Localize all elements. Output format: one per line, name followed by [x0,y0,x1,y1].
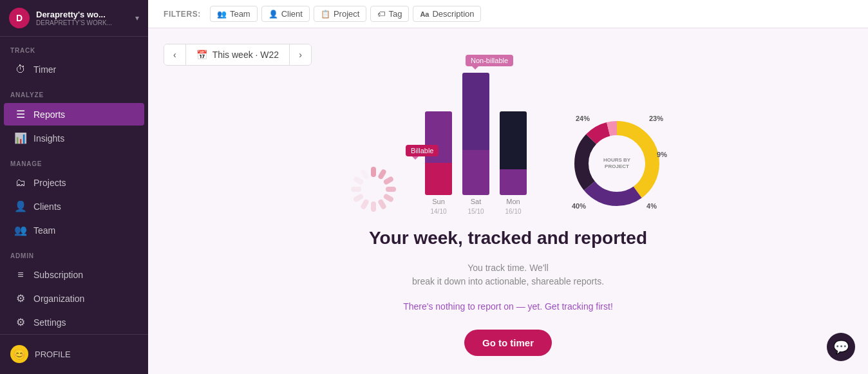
sidebar-item-label: Insights [33,133,64,144]
bar-day-mon: Mon [506,198,520,205]
pct-9: 9% [657,151,667,158]
filter-project[interactable]: 📋 Project [314,6,366,22]
svg-rect-6 [371,201,376,212]
bar-bottom-sat [462,150,489,195]
empty-note: There's nothing to report on — yet. Get … [403,301,613,312]
chevron-down-icon: ▾ [135,14,139,23]
svg-rect-1 [377,169,387,180]
filter-description[interactable]: Aa Description [413,6,481,22]
admin-section-label: ADMIN [0,242,148,263]
empty-sub: You track time. We'll break it down into… [412,261,604,288]
filters-label: FILTERS: [164,10,201,19]
bar-date-sun: 14/10 [430,208,446,215]
sidebar-item-label: Timer [33,64,56,75]
donut-label-line1: HOURS BY [603,157,630,163]
clock-icon: ⏱ [14,64,27,75]
bar-group-sat: Non-billable Sat 15/10 [462,73,489,215]
profile-avatar: 😊 [10,345,28,363]
clients-icon: 👤 [14,200,27,212]
filter-client-label: Client [281,9,303,19]
bar-day-sun: Sun [432,198,445,205]
profile-item[interactable]: 😊 PROFILE [0,340,148,368]
filter-client[interactable]: 👤 Client [261,6,310,22]
bar-chart: Billable Sun 14/10 Non-billable [425,86,527,215]
filter-tag-label: Tag [388,9,402,19]
illustration-wrapper: Billable Sun 14/10 Non-billable [218,86,798,356]
svg-rect-3 [386,187,396,192]
svg-rect-9 [351,187,361,192]
loading-spinner [348,164,399,215]
tag-filter-icon: 🏷 [377,10,385,19]
subscription-icon: ≡ [14,269,27,281]
notification-item[interactable]: 🔔 [0,368,148,374]
sidebar-item-insights[interactable]: 📊 Insights [4,127,144,149]
pct-24: 24% [576,115,590,122]
svg-rect-8 [353,193,364,203]
content-area: ‹ 📅 This week · W22 › [148,28,868,374]
team-icon: 👥 [14,224,27,236]
workspace-sub: DERAPRETTY'S WORK... [36,19,129,26]
calendar-icon: 📅 [196,50,207,60]
date-navigation: ‹ 📅 This week · W22 › [164,44,312,66]
filter-description-label: Description [432,9,474,19]
description-filter-icon: Aa [420,10,429,18]
bar-day-sat: Sat [471,198,482,205]
pct-4: 4% [646,202,657,210]
sidebar-item-timer[interactable]: ⏱ Timer [4,59,144,80]
svg-rect-7 [360,198,370,210]
next-week-button[interactable]: › [289,44,311,65]
svg-rect-0 [371,167,376,177]
profile-label: PROFILE [35,350,71,359]
prev-week-button[interactable]: ‹ [164,44,186,65]
date-text: This week · W22 [212,50,279,60]
billable-tooltip: Billable [406,145,439,156]
sidebar-item-subscription[interactable]: ≡ Subscription [4,264,144,286]
svg-rect-2 [382,176,394,185]
empty-heading: Your week, tracked and reported [369,228,647,248]
manage-section-label: MANAGE [0,150,148,171]
bar-top-mon [500,111,527,169]
donut-chart: HOURS BY PROJECT 24% 23% 9% 4% 40% [565,112,668,215]
sidebar-item-label: Reports [33,109,65,120]
sidebar-item-settings[interactable]: ⚙ Settings [4,311,144,333]
charts-row: Billable Sun 14/10 Non-billable [348,86,668,215]
sidebar-item-team[interactable]: 👥 Team [4,219,144,241]
organization-icon: ⚙ [14,292,27,304]
sidebar-item-label: Settings [33,317,66,328]
pct-40: 40% [572,202,586,210]
projects-icon: 🗂 [14,177,27,189]
donut-center-label: HOURS BY PROJECT [603,157,630,171]
donut-label-line2: PROJECT [605,164,629,169]
analyze-section-label: ANALYZE [0,81,148,102]
client-filter-icon: 👤 [269,10,278,19]
workspace-header[interactable]: D Derapretty's wo... DERAPRETTY'S WORK..… [0,0,148,37]
settings-icon: ⚙ [14,316,27,328]
svg-rect-11 [360,169,370,180]
sidebar-bottom: 😊 PROFILE 🔔 ❓ [0,334,148,374]
sidebar-item-reports[interactable]: ☰ Reports [4,103,144,126]
bar-date-sat: 15/10 [467,208,484,215]
project-filter-icon: 📋 [321,10,330,19]
workspace-name: Derapretty's wo... [36,10,129,19]
go-to-timer-button[interactable]: Go to timer [464,330,552,356]
filter-team[interactable]: 👥 Team [210,6,258,22]
filter-bar: FILTERS: 👥 Team 👤 Client 📋 Project 🏷 Tag… [148,0,868,28]
sidebar-item-label: Projects [33,178,66,188]
sidebar-item-clients[interactable]: 👤 Clients [4,195,144,218]
svg-rect-5 [377,198,387,210]
filter-team-label: Team [230,9,250,19]
chat-bubble[interactable]: 💬 [827,333,855,361]
pct-23: 23% [649,115,663,122]
sidebar-item-label: Team [33,225,55,236]
date-display: 📅 This week · W22 [186,44,289,65]
reports-icon: ☰ [14,108,27,120]
workspace-avatar: D [9,8,30,28]
bar-bottom-mon [500,169,527,195]
non-billable-tooltip: Non-billable [466,55,513,66]
sidebar-item-organization[interactable]: ⚙ Organization [4,287,144,310]
filter-project-label: Project [334,9,359,19]
bar-date-mon: 16/10 [505,208,521,215]
filter-tag[interactable]: 🏷 Tag [370,6,409,22]
bar-bottom-sun: Billable [425,163,452,195]
sidebar-item-projects[interactable]: 🗂 Projects [4,172,144,194]
